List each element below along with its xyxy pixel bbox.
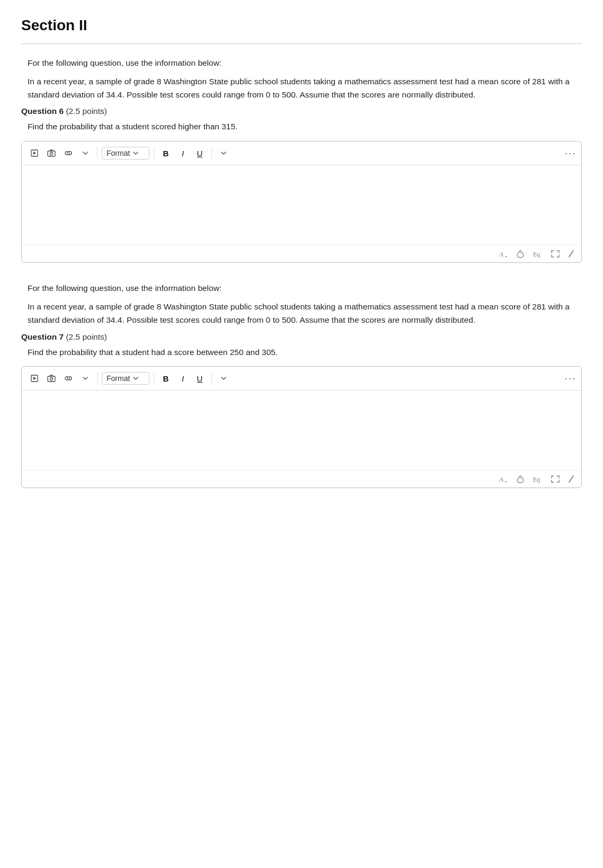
- info-block-2-line1: For the following question, use the info…: [28, 282, 582, 295]
- equation-icon-2[interactable]: Eq: [533, 475, 543, 483]
- svg-marker-1: [33, 152, 36, 155]
- equation-icon-1[interactable]: Eq: [533, 250, 543, 258]
- svg-rect-9: [48, 376, 55, 382]
- slash-icon-2[interactable]: [567, 475, 575, 483]
- editor-box-1: Format B I U ··· A: [21, 141, 582, 263]
- editor-toolbar-1: Format B I U ···: [22, 141, 581, 165]
- editor-footer-2: A Eq: [22, 470, 581, 488]
- format-dropdown-label-1: Format: [107, 149, 130, 157]
- insert-chevron-icon-2[interactable]: [78, 371, 93, 386]
- toolbar-separator-6: [211, 373, 212, 384]
- question-6-points-val: (2.5 points): [66, 107, 107, 116]
- question-6-prompt: Find the probability that a student scor…: [21, 120, 582, 134]
- svg-line-13: [569, 476, 573, 482]
- info-block-2: For the following question, use the info…: [21, 282, 582, 326]
- toolbar-separator-5: [154, 373, 154, 384]
- info-block-1: For the following question, use the info…: [21, 57, 582, 101]
- section-divider: [21, 43, 582, 44]
- svg-point-3: [50, 153, 53, 155]
- question-7-points-val: (2.5 points): [66, 332, 107, 341]
- question-7-prompt: Find the probability that a student had …: [21, 346, 582, 359]
- svg-text:Eq: Eq: [533, 251, 540, 258]
- format-chevron-icon[interactable]: [216, 146, 231, 161]
- play-icon-2[interactable]: [27, 371, 42, 386]
- format-chevron-icon-2[interactable]: [216, 371, 231, 386]
- color-picker-icon-1[interactable]: [516, 250, 525, 258]
- info-block-1-line1: For the following question, use the info…: [28, 57, 582, 70]
- italic-button-2[interactable]: I: [175, 371, 190, 386]
- svg-text:A: A: [499, 475, 503, 483]
- format-dropdown-label-2: Format: [107, 374, 130, 383]
- link-icon-2[interactable]: [61, 371, 76, 386]
- question-7-block: Question 7 (2.5 points) Find the probabi…: [21, 332, 582, 359]
- svg-rect-2: [48, 151, 55, 156]
- format-dropdown-1[interactable]: Format: [102, 147, 149, 160]
- camera-icon[interactable]: [44, 146, 59, 161]
- more-options-button-2[interactable]: ···: [565, 373, 576, 384]
- expand-icon-2[interactable]: [551, 475, 560, 483]
- bold-button-1[interactable]: B: [158, 146, 173, 161]
- svg-point-10: [50, 378, 53, 380]
- toolbar-separator-3: [211, 147, 212, 159]
- editor-content-2[interactable]: [22, 391, 581, 470]
- section-title: Section II: [21, 17, 582, 34]
- editor-toolbar-2: Format B I U ···: [22, 367, 581, 391]
- link-icon[interactable]: [61, 146, 76, 161]
- editor-box-2: Format B I U ··· A Eq: [21, 366, 582, 488]
- info-block-2-line2: In a recent year, a sample of grade 8 Wa…: [28, 300, 582, 327]
- italic-button-1[interactable]: I: [175, 146, 190, 161]
- expand-icon-1[interactable]: [551, 250, 560, 258]
- question-7-header: Question 7 (2.5 points): [21, 332, 582, 342]
- svg-line-6: [569, 251, 573, 257]
- toolbar-separator-2: [154, 147, 154, 159]
- slash-icon-1[interactable]: [567, 250, 575, 258]
- camera-icon-2[interactable]: [44, 371, 59, 386]
- toolbar-separator-1: [97, 147, 97, 159]
- question-6-label: Question 6: [21, 107, 64, 116]
- color-picker-icon-2[interactable]: [516, 475, 525, 483]
- question-7-label: Question 7: [21, 332, 64, 341]
- insert-chevron-icon[interactable]: [78, 146, 93, 161]
- text-style-icon-1[interactable]: A: [499, 250, 508, 258]
- play-icon[interactable]: [27, 146, 42, 161]
- svg-marker-8: [33, 377, 36, 380]
- editor-footer-1: A Eq: [22, 245, 581, 262]
- text-style-icon-2[interactable]: A: [499, 475, 508, 483]
- info-block-1-line2: In a recent year, a sample of grade 8 Wa…: [28, 75, 582, 102]
- underline-button-2[interactable]: U: [192, 371, 207, 386]
- more-options-button-1[interactable]: ···: [565, 148, 576, 159]
- toolbar-separator-4: [97, 373, 97, 384]
- editor-content-1[interactable]: [22, 165, 581, 245]
- bold-button-2[interactable]: B: [158, 371, 173, 386]
- underline-button-1[interactable]: U: [192, 146, 207, 161]
- format-dropdown-2[interactable]: Format: [102, 372, 149, 385]
- svg-text:A: A: [499, 250, 503, 258]
- question-6-block: Question 6 (2.5 points) Find the probabi…: [21, 107, 582, 134]
- question-6-header: Question 6 (2.5 points): [21, 107, 582, 116]
- svg-text:Eq: Eq: [533, 476, 540, 483]
